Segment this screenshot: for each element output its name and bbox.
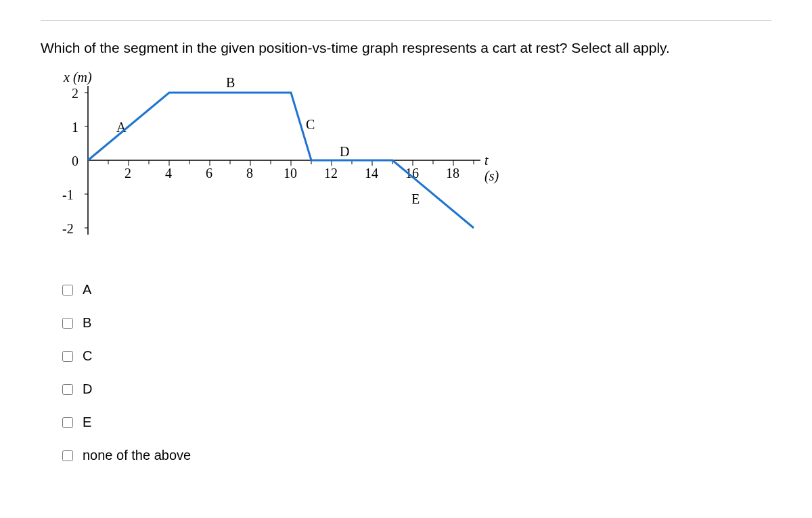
checkbox-none[interactable] — [62, 450, 73, 461]
choice-C[interactable]: C — [60, 348, 771, 364]
checkbox-A[interactable] — [62, 285, 73, 296]
checkbox-C[interactable] — [62, 351, 73, 362]
choice-label-D: D — [83, 381, 92, 397]
checkbox-B[interactable] — [62, 318, 73, 329]
answer-choices: A B C D E none of the above — [60, 282, 771, 463]
choice-label-none: none of the above — [83, 448, 191, 463]
choice-B[interactable]: B — [60, 315, 771, 331]
choice-label-E: E — [83, 415, 91, 430]
choice-D[interactable]: D — [60, 381, 771, 397]
checkbox-E[interactable] — [62, 417, 73, 428]
position-time-chart: x (m) 2 1 0 -1 -2 2 4 6 8 10 12 14 16 18… — [54, 72, 501, 268]
choice-none[interactable]: none of the above — [60, 448, 771, 463]
question-text: Which of the segment in the given positi… — [41, 40, 771, 56]
chart-svg — [54, 72, 501, 268]
checkbox-D[interactable] — [62, 384, 73, 395]
choice-label-C: C — [83, 348, 92, 364]
choice-E[interactable]: E — [60, 415, 771, 430]
choice-A[interactable]: A — [60, 282, 771, 298]
choice-label-A: A — [83, 282, 91, 298]
choice-label-B: B — [83, 315, 91, 331]
